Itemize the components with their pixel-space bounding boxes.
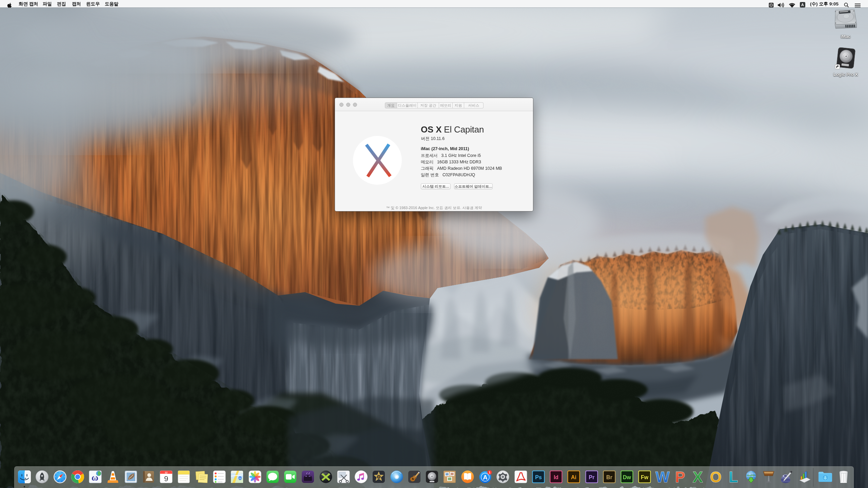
svg-text:12: 12	[165, 471, 167, 474]
svg-text:Ps: Ps	[535, 474, 542, 480]
svg-text:W: W	[655, 469, 670, 484]
svg-text:A: A	[801, 3, 804, 7]
svg-text:P: P	[675, 469, 685, 484]
svg-text:Dw: Dw	[623, 474, 631, 480]
svg-text:Pr: Pr	[589, 474, 595, 480]
svg-text:Id: Id	[554, 474, 558, 480]
svg-text:Br: Br	[606, 474, 612, 480]
svg-text:X: X	[693, 469, 703, 484]
svg-text:Ai: Ai	[571, 474, 576, 480]
svg-text:Fw: Fw	[641, 474, 649, 480]
svg-text:1: 1	[489, 471, 490, 474]
svg-text:L: L	[729, 469, 738, 484]
svg-text:280: 280	[238, 477, 242, 480]
svg-text:9: 9	[164, 474, 168, 483]
svg-text:A: A	[483, 474, 488, 481]
svg-text:O: O	[710, 469, 722, 484]
